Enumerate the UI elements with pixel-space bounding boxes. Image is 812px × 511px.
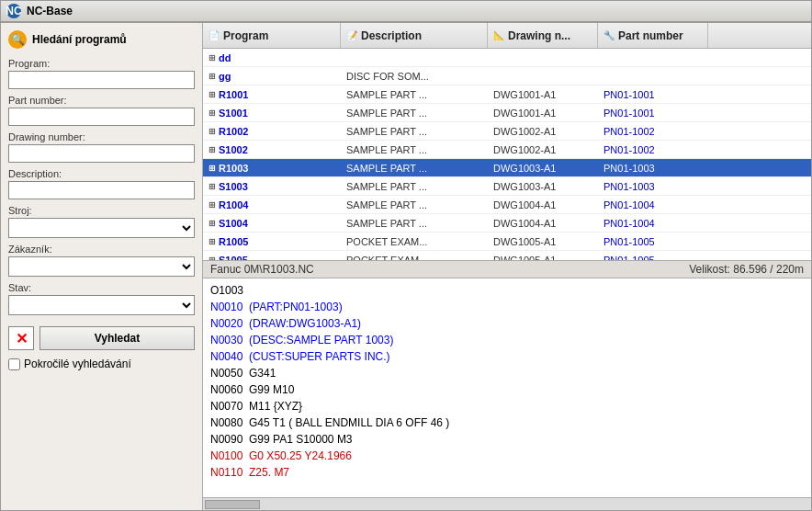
table-row[interactable]: ⊞S1003SAMPLE PART ...DWG1003-A1PN01-1003 xyxy=(203,177,811,196)
table-header: 📄 Program 📝 Description 📐 Drawing n... 🔧… xyxy=(203,23,811,49)
table-row[interactable]: ⊞S1005POCKET EXAM...DWG1005-A1PN01-1005 xyxy=(203,251,811,260)
col-header-drawing[interactable]: 📐 Drawing n... xyxy=(488,23,598,48)
right-panel: 📄 Program 📝 Description 📐 Drawing n... 🔧… xyxy=(203,23,811,510)
table-row[interactable]: ⊞dd xyxy=(203,49,811,67)
zakaznik-select[interactable] xyxy=(8,256,195,277)
program-col-icon: 📄 xyxy=(209,30,220,40)
table-body: ⊞dd⊞ggDISC FOR SOM...⊞R1001SAMPLE PART .… xyxy=(203,49,811,260)
cell-program: ⊞R1003 xyxy=(203,163,341,174)
col-label-part: Part number xyxy=(618,29,683,42)
expand-icon: ⊞ xyxy=(209,237,216,246)
cell-program: ⊞S1003 xyxy=(203,181,341,192)
advanced-label: Pokročilé vyhledávání xyxy=(24,358,131,370)
table-row[interactable]: ⊞R1005POCKET EXAM...DWG1005-A1PN01-1005 xyxy=(203,233,811,251)
col-label-program: Program xyxy=(223,29,268,42)
expand-icon: ⊞ xyxy=(209,145,216,154)
cell-part-number: PN01-1004 xyxy=(598,218,708,229)
expand-icon: ⊞ xyxy=(209,219,216,228)
code-line: N0110 Z25. M7 xyxy=(210,464,804,481)
clear-button[interactable]: ✕ xyxy=(8,326,34,350)
code-line: N0090 G99 PA1 S10000 M3 xyxy=(210,431,804,448)
cell-part-number: PN01-1002 xyxy=(598,144,708,155)
drawing-col-icon: 📐 xyxy=(493,30,504,40)
cell-program: ⊞S1004 xyxy=(203,218,341,229)
table-row[interactable]: ⊞R1001SAMPLE PART ...DWG1001-A1PN01-1001 xyxy=(203,85,811,104)
part-number-label: Part number: xyxy=(8,95,195,106)
cell-part-number: PN01-1001 xyxy=(598,89,708,100)
code-line: N0070 M11 {XYZ} xyxy=(210,398,804,414)
code-line: N0050 G341 xyxy=(210,365,804,381)
cell-drawing: DWG1003-A1 xyxy=(488,163,598,174)
stroj-select[interactable] xyxy=(8,218,195,238)
expand-icon: ⊞ xyxy=(209,127,216,136)
cell-part-number: PN01-1004 xyxy=(598,199,708,210)
stroj-label: Stroj: xyxy=(8,205,195,216)
scroll-thumb[interactable] xyxy=(205,500,260,509)
cell-program: ⊞R1001 xyxy=(203,89,341,100)
cell-description: SAMPLE PART ... xyxy=(341,144,488,155)
cell-description: DISC FOR SOM... xyxy=(341,71,488,82)
cell-description: SAMPLE PART ... xyxy=(341,163,488,174)
code-line: N0020 (DRAW:DWG1003-A1) xyxy=(210,315,804,332)
app-icon: NC xyxy=(6,4,21,18)
table-row[interactable]: ⊞ggDISC FOR SOM... xyxy=(203,67,811,85)
code-line: N0060 G99 M10 xyxy=(210,381,804,398)
cell-description: SAMPLE PART ... xyxy=(341,199,488,210)
cell-program: ⊞R1005 xyxy=(203,236,341,247)
cell-program: ⊞R1002 xyxy=(203,126,341,137)
zakaznik-label: Zákazník: xyxy=(8,244,195,255)
expand-icon: ⊞ xyxy=(209,90,216,99)
table-row[interactable]: ⊞S1001SAMPLE PART ...DWG1001-A1PN01-1001 xyxy=(203,104,811,122)
description-label: Description: xyxy=(8,168,195,179)
expand-icon: ⊞ xyxy=(209,108,216,118)
stav-select[interactable] xyxy=(8,295,195,315)
expand-icon: ⊞ xyxy=(209,53,216,62)
description-input[interactable] xyxy=(8,181,195,199)
part-number-input[interactable] xyxy=(8,108,195,126)
cell-part-number: PN01-1003 xyxy=(598,163,708,174)
cell-drawing: DWG1003-A1 xyxy=(488,181,598,192)
cell-part-number: PN01-1002 xyxy=(598,126,708,137)
col-label-drawing: Drawing n... xyxy=(508,29,570,42)
horizontal-scrollbar[interactable] xyxy=(203,497,811,510)
cell-drawing: DWG1001-A1 xyxy=(488,89,598,100)
cell-description: POCKET EXAM... xyxy=(341,236,488,247)
left-panel: 🔍 Hledání programů Program: Part number:… xyxy=(1,23,203,510)
cell-description: SAMPLE PART ... xyxy=(341,89,488,100)
table-row[interactable]: ⊞R1002SAMPLE PART ...DWG1002-A1PN01-1002 xyxy=(203,122,811,141)
code-line: N0010 (PART:PN01-1003) xyxy=(210,299,804,315)
code-line: N0100 G0 X50.25 Y24.1966 xyxy=(210,448,804,464)
cell-drawing: DWG1004-A1 xyxy=(488,218,598,229)
code-view: O1003N0010 (PART:PN01-1003)N0020 (DRAW:D… xyxy=(203,278,811,497)
col-header-description[interactable]: 📝 Description xyxy=(341,23,488,48)
expand-icon: ⊞ xyxy=(209,164,216,173)
search-button[interactable]: Vyhledat xyxy=(39,326,195,350)
status-right: Velikost: 86.596 / 220m xyxy=(689,263,804,276)
advanced-checkbox[interactable] xyxy=(8,358,20,370)
table-row[interactable]: ⊞S1004SAMPLE PART ...DWG1004-A1PN01-1004 xyxy=(203,214,811,233)
cell-drawing: DWG1001-A1 xyxy=(488,108,598,119)
drawing-number-label: Drawing number: xyxy=(8,131,195,142)
table-row[interactable]: ⊞R1003SAMPLE PART ...DWG1003-A1PN01-1003 xyxy=(203,159,811,177)
cell-drawing: DWG1004-A1 xyxy=(488,199,598,210)
col-label-description: Description xyxy=(361,29,422,42)
col-header-program[interactable]: 📄 Program xyxy=(203,23,341,48)
drawing-number-input[interactable] xyxy=(8,144,195,163)
col-header-part[interactable]: 🔧 Part number xyxy=(598,23,708,48)
stav-label: Stav: xyxy=(8,282,195,293)
search-icon: 🔍 xyxy=(8,30,27,49)
description-col-icon: 📝 xyxy=(346,30,357,40)
table-row[interactable]: ⊞R1004SAMPLE PART ...DWG1004-A1PN01-1004 xyxy=(203,196,811,214)
cell-part-number: PN01-1001 xyxy=(598,108,708,119)
cell-program: ⊞dd xyxy=(203,52,341,63)
expand-icon: ⊞ xyxy=(209,182,216,191)
expand-icon: ⊞ xyxy=(209,72,216,81)
panel-header: 🔍 Hledání programů xyxy=(8,30,195,49)
cell-drawing: DWG1002-A1 xyxy=(488,144,598,155)
program-input[interactable] xyxy=(8,71,195,89)
cell-drawing: DWG1002-A1 xyxy=(488,126,598,137)
cell-description: SAMPLE PART ... xyxy=(341,181,488,192)
table-row[interactable]: ⊞S1002SAMPLE PART ...DWG1002-A1PN01-1002 xyxy=(203,141,811,159)
cell-program: ⊞gg xyxy=(203,71,341,82)
cell-part-number: PN01-1003 xyxy=(598,181,708,192)
